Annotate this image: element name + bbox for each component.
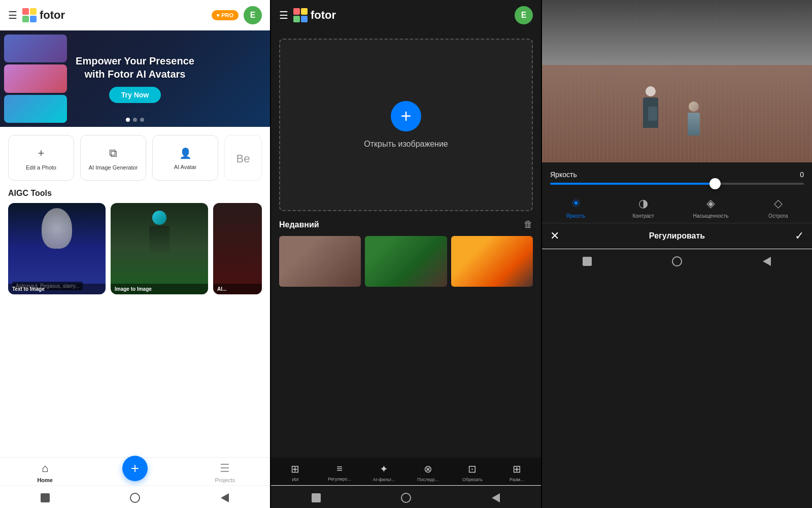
upload-text: Открыть изображение [364, 140, 448, 149]
projects-label: Projects [215, 477, 235, 483]
astronaut-figure [42, 208, 72, 249]
ctrl-saturation[interactable]: ◈ Насыщенность [677, 197, 745, 219]
sys-square-1[interactable] [38, 491, 52, 505]
header-panel2: ☰ fotor E [271, 0, 541, 30]
recent-section: Недавний 🗑 [271, 219, 541, 458]
menu-icon[interactable]: ☰ [8, 9, 17, 21]
recent-title: Недавний [279, 220, 319, 229]
aigc-section: AIGC Tools Astronaut, Pegasus, starry...… [0, 181, 270, 457]
recent-thumb-3[interactable] [451, 236, 533, 287]
toolbar-resize[interactable]: ⊞ Разм... [495, 463, 539, 482]
tool-label-edit: Edit a Photo [26, 164, 56, 171]
ctrl-sharpness[interactable]: ◇ Острота [745, 197, 812, 219]
slider-track[interactable] [550, 183, 804, 185]
pro-badge[interactable]: ♥ PRO [212, 10, 239, 20]
ai-gen-icon: ⧉ [109, 147, 117, 160]
carousel-dots [126, 118, 144, 122]
sys-bar-panel1 [0, 485, 270, 508]
banner-avatars [0, 30, 71, 127]
action-title: Регулировать [559, 231, 795, 241]
recent-thumb-1[interactable] [279, 236, 361, 287]
confirm-button[interactable]: ✓ [795, 229, 804, 243]
aigc-card-text-to-image[interactable]: Astronaut, Pegasus, starry... Text to Im… [8, 203, 106, 294]
dot-2[interactable] [133, 118, 137, 122]
photo-preview [542, 0, 812, 162]
try-now-button[interactable]: Try Now [109, 87, 161, 103]
sys-triangle-3[interactable] [760, 254, 774, 268]
contrast-ctrl-label: Контраст [632, 213, 654, 219]
logo-text-p2: fotor [311, 9, 336, 22]
projects-icon: ☰ [220, 462, 230, 475]
menu-icon-p2[interactable]: ☰ [279, 9, 288, 21]
cancel-button[interactable]: ✕ [550, 229, 559, 243]
backpack [648, 107, 657, 121]
tools-grid: + Edit a Photo ⧉ AI Image Generator 👤 AI… [0, 127, 270, 181]
effects-toolbar-icon: ⊗ [424, 463, 432, 475]
tool-label-avatar: AI Avatar [174, 163, 196, 171]
sys-triangle-2[interactable] [489, 491, 503, 505]
bottom-nav-panel1: ⌂ Home + ☰ Projects [0, 457, 270, 485]
toolbar-label-adjust: Регулиро... [328, 477, 351, 482]
home-icon: ⌂ [42, 462, 48, 475]
sky-area [542, 0, 812, 65]
ai-toolbar-icon: ⊞ [291, 463, 299, 475]
sys-triangle-1[interactable] [218, 491, 232, 505]
aigc-card-image-to-image[interactable]: Image to Image [111, 203, 208, 294]
saturation-ctrl-icon: ◈ [706, 197, 715, 210]
recent-header: Недавний 🗑 [279, 219, 533, 230]
avatar-img-2 [4, 64, 67, 92]
adjust-toolbar-icon: ≡ [336, 463, 343, 475]
photo-background [542, 0, 812, 162]
sys-circle-3[interactable] [670, 254, 684, 268]
trash-icon[interactable]: 🗑 [524, 219, 533, 230]
toolbar-label-ai: ИИ [292, 477, 298, 482]
sys-circle-1[interactable] [128, 491, 142, 505]
ctrl-brightness[interactable]: ☀ Яркость [542, 197, 610, 219]
upload-plus-button[interactable]: + [391, 101, 421, 131]
toolbar-crop[interactable]: ⊡ Обрезать [450, 463, 494, 482]
banner-text: Empower Your Presence with Fotor AI Avat… [76, 54, 194, 81]
partial-icon: Be [236, 152, 250, 165]
logo-icon-p2 [293, 8, 308, 22]
upload-area[interactable]: + Открыть изображение [279, 39, 533, 211]
ctrl-contrast[interactable]: ◑ Контраст [610, 197, 677, 219]
dot-3[interactable] [140, 118, 144, 122]
logo-container-p2: fotor [293, 8, 510, 22]
toolbar-filter[interactable]: ✦ AI-фильт... [362, 463, 406, 482]
nav-projects[interactable]: ☰ Projects [180, 462, 270, 483]
person-figure [147, 211, 172, 256]
avatar-img-1 [4, 35, 67, 62]
toolbar-panel2: ⊞ ИИ ≡ Регулиро... ✦ AI-фильт... ⊗ После… [271, 458, 541, 485]
avatar-panel2[interactable]: E [515, 6, 533, 24]
slider-fill [550, 183, 715, 185]
promo-banner: Empower Your Presence with Fotor AI Avat… [0, 30, 270, 127]
person-body [149, 226, 170, 254]
slider-thumb[interactable] [709, 178, 721, 189]
toolbar-effects[interactable]: ⊗ Последс... [406, 463, 450, 482]
toolbar-ai[interactable]: ⊞ ИИ [273, 463, 317, 482]
home-label: Home [37, 477, 53, 483]
tool-edit-photo[interactable]: + Edit a Photo [8, 135, 74, 181]
sys-square-2[interactable] [309, 491, 323, 505]
crop-toolbar-icon: ⊡ [468, 463, 477, 475]
fig-body-2 [688, 113, 700, 136]
tool-ai-avatar[interactable]: 👤 AI Avatar [152, 135, 218, 181]
recent-thumb-2[interactable] [365, 236, 447, 287]
toolbar-adjust[interactable]: ≡ Регулиро... [317, 463, 361, 482]
brightness-ctrl-label: Яркость [566, 213, 586, 219]
nav-add[interactable]: + [90, 462, 180, 483]
sys-circle-2[interactable] [399, 491, 413, 505]
sys-square-3[interactable] [580, 254, 594, 268]
nav-home[interactable]: ⌂ Home [0, 462, 90, 483]
avatar-img-3 [4, 95, 67, 123]
dot-1[interactable] [126, 118, 130, 122]
adjust-controls: ☀ Яркость ◑ Контраст ◈ Насыщенность ◇ Ос… [542, 193, 812, 223]
contrast-ctrl-icon: ◑ [638, 197, 648, 210]
aigc-card-bottom-1: Text to Image [8, 284, 106, 294]
add-button[interactable]: + [122, 456, 148, 481]
toolbar-label-crop: Обрезать [462, 477, 483, 482]
tool-ai-generator[interactable]: ⧉ AI Image Generator [80, 135, 146, 181]
aigc-card-ai[interactable]: AI... [213, 203, 262, 294]
avatar-panel1[interactable]: E [244, 6, 262, 24]
sharpness-ctrl-label: Острота [768, 213, 788, 219]
